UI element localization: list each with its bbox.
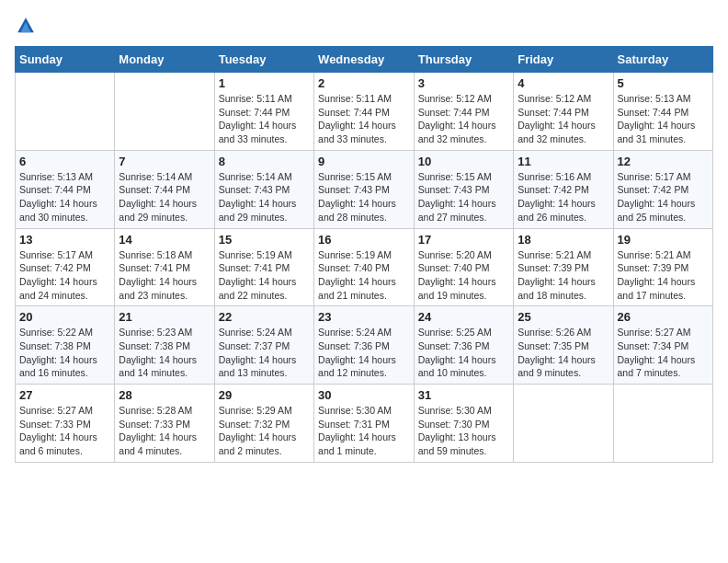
day-number: 5 (618, 76, 710, 90)
calendar-cell: 20Sunrise: 5:22 AM Sunset: 7:38 PM Dayli… (16, 306, 115, 385)
day-info: Sunrise: 5:14 AM Sunset: 7:43 PM Dayligh… (219, 170, 310, 224)
calendar-cell: 3Sunrise: 5:12 AM Sunset: 7:44 PM Daylig… (414, 73, 513, 151)
day-info: Sunrise: 5:26 AM Sunset: 7:35 PM Dayligh… (518, 326, 609, 380)
calendar-cell: 12Sunrise: 5:17 AM Sunset: 7:42 PM Dayli… (613, 150, 713, 228)
calendar-cell: 17Sunrise: 5:20 AM Sunset: 7:40 PM Dayli… (414, 228, 513, 306)
calendar-cell: 6Sunrise: 5:13 AM Sunset: 7:44 PM Daylig… (16, 150, 115, 228)
calendar-cell: 13Sunrise: 5:17 AM Sunset: 7:42 PM Dayli… (16, 228, 115, 306)
calendar-cell: 21Sunrise: 5:23 AM Sunset: 7:38 PM Dayli… (115, 306, 214, 385)
day-info: Sunrise: 5:20 AM Sunset: 7:40 PM Dayligh… (418, 248, 509, 303)
calendar-cell (115, 73, 214, 151)
calendar-week-row: 13Sunrise: 5:17 AM Sunset: 7:42 PM Dayli… (16, 228, 713, 306)
calendar-cell: 28Sunrise: 5:28 AM Sunset: 7:33 PM Dayli… (115, 385, 214, 463)
day-info: Sunrise: 5:18 AM Sunset: 7:41 PM Dayligh… (119, 248, 210, 303)
calendar-cell: 29Sunrise: 5:29 AM Sunset: 7:32 PM Dayli… (214, 385, 313, 463)
day-number: 26 (618, 310, 710, 324)
header-cell-wednesday: Wednesday (314, 47, 415, 73)
day-info: Sunrise: 5:30 AM Sunset: 7:30 PM Dayligh… (418, 404, 509, 458)
day-number: 13 (19, 233, 110, 247)
header-cell-thursday: Thursday (414, 47, 513, 73)
calendar-cell: 27Sunrise: 5:27 AM Sunset: 7:33 PM Dayli… (16, 385, 115, 463)
day-number: 2 (318, 76, 410, 90)
day-number: 3 (418, 76, 509, 90)
day-info: Sunrise: 5:17 AM Sunset: 7:42 PM Dayligh… (618, 170, 710, 224)
calendar-cell: 19Sunrise: 5:21 AM Sunset: 7:39 PM Dayli… (613, 228, 713, 306)
day-info: Sunrise: 5:14 AM Sunset: 7:44 PM Dayligh… (119, 170, 210, 224)
calendar-cell: 18Sunrise: 5:21 AM Sunset: 7:39 PM Dayli… (514, 228, 613, 306)
day-info: Sunrise: 5:12 AM Sunset: 7:44 PM Dayligh… (518, 92, 609, 146)
calendar-week-row: 20Sunrise: 5:22 AM Sunset: 7:38 PM Dayli… (16, 306, 713, 385)
calendar-cell: 23Sunrise: 5:24 AM Sunset: 7:36 PM Dayli… (314, 306, 415, 385)
day-number: 21 (119, 310, 210, 324)
day-info: Sunrise: 5:11 AM Sunset: 7:44 PM Dayligh… (219, 92, 310, 146)
day-number: 4 (518, 76, 609, 90)
day-info: Sunrise: 5:23 AM Sunset: 7:38 PM Dayligh… (119, 326, 210, 380)
day-info: Sunrise: 5:15 AM Sunset: 7:43 PM Dayligh… (418, 170, 509, 224)
day-number: 29 (219, 388, 310, 402)
calendar-cell: 25Sunrise: 5:26 AM Sunset: 7:35 PM Dayli… (514, 306, 613, 385)
calendar-cell: 10Sunrise: 5:15 AM Sunset: 7:43 PM Dayli… (414, 150, 513, 228)
calendar-cell (613, 385, 713, 463)
day-info: Sunrise: 5:13 AM Sunset: 7:44 PM Dayligh… (618, 92, 710, 146)
calendar-cell: 26Sunrise: 5:27 AM Sunset: 7:34 PM Dayli… (613, 306, 713, 385)
calendar-cell: 22Sunrise: 5:24 AM Sunset: 7:37 PM Dayli… (214, 306, 313, 385)
calendar-cell: 9Sunrise: 5:15 AM Sunset: 7:43 PM Daylig… (314, 150, 415, 228)
day-number: 16 (318, 233, 410, 247)
calendar-cell: 14Sunrise: 5:18 AM Sunset: 7:41 PM Dayli… (115, 228, 214, 306)
header-cell-saturday: Saturday (613, 47, 713, 73)
logo (15, 15, 40, 37)
header-cell-monday: Monday (115, 47, 214, 73)
day-number: 28 (119, 388, 210, 402)
day-number: 18 (518, 233, 609, 247)
calendar-week-row: 6Sunrise: 5:13 AM Sunset: 7:44 PM Daylig… (16, 150, 713, 228)
day-number: 8 (219, 155, 310, 168)
day-number: 14 (119, 233, 210, 247)
day-number: 31 (418, 388, 509, 402)
day-info: Sunrise: 5:17 AM Sunset: 7:42 PM Dayligh… (19, 248, 110, 303)
calendar-cell: 2Sunrise: 5:11 AM Sunset: 7:44 PM Daylig… (314, 73, 415, 151)
day-number: 30 (318, 388, 410, 402)
day-number: 22 (219, 310, 310, 324)
day-info: Sunrise: 5:30 AM Sunset: 7:31 PM Dayligh… (318, 404, 410, 458)
day-number: 6 (19, 155, 110, 168)
calendar-header-row: SundayMondayTuesdayWednesdayThursdayFrid… (16, 47, 713, 73)
calendar-cell: 15Sunrise: 5:19 AM Sunset: 7:41 PM Dayli… (214, 228, 313, 306)
day-info: Sunrise: 5:15 AM Sunset: 7:43 PM Dayligh… (318, 170, 410, 224)
day-info: Sunrise: 5:27 AM Sunset: 7:33 PM Dayligh… (19, 404, 110, 458)
header-cell-friday: Friday (514, 47, 613, 73)
day-number: 20 (19, 310, 110, 324)
day-number: 19 (618, 233, 710, 247)
day-info: Sunrise: 5:28 AM Sunset: 7:33 PM Dayligh… (119, 404, 210, 458)
day-info: Sunrise: 5:19 AM Sunset: 7:41 PM Dayligh… (219, 248, 310, 303)
header-cell-tuesday: Tuesday (214, 47, 313, 73)
logo-icon (15, 15, 37, 37)
day-number: 23 (318, 310, 410, 324)
calendar-cell (514, 385, 613, 463)
calendar-cell: 24Sunrise: 5:25 AM Sunset: 7:36 PM Dayli… (414, 306, 513, 385)
day-info: Sunrise: 5:24 AM Sunset: 7:37 PM Dayligh… (219, 326, 310, 380)
day-info: Sunrise: 5:24 AM Sunset: 7:36 PM Dayligh… (318, 326, 410, 380)
calendar-cell: 5Sunrise: 5:13 AM Sunset: 7:44 PM Daylig… (613, 73, 713, 151)
day-info: Sunrise: 5:25 AM Sunset: 7:36 PM Dayligh… (418, 326, 509, 380)
calendar-cell: 8Sunrise: 5:14 AM Sunset: 7:43 PM Daylig… (214, 150, 313, 228)
day-info: Sunrise: 5:21 AM Sunset: 7:39 PM Dayligh… (518, 248, 609, 303)
calendar-cell: 11Sunrise: 5:16 AM Sunset: 7:42 PM Dayli… (514, 150, 613, 228)
calendar-cell: 4Sunrise: 5:12 AM Sunset: 7:44 PM Daylig… (514, 73, 613, 151)
day-number: 9 (318, 155, 410, 168)
day-info: Sunrise: 5:16 AM Sunset: 7:42 PM Dayligh… (518, 170, 609, 224)
day-number: 10 (418, 155, 509, 168)
calendar-cell: 16Sunrise: 5:19 AM Sunset: 7:40 PM Dayli… (314, 228, 415, 306)
calendar-week-row: 27Sunrise: 5:27 AM Sunset: 7:33 PM Dayli… (16, 385, 713, 463)
day-info: Sunrise: 5:22 AM Sunset: 7:38 PM Dayligh… (19, 326, 110, 380)
day-info: Sunrise: 5:29 AM Sunset: 7:32 PM Dayligh… (219, 404, 310, 458)
header-cell-sunday: Sunday (16, 47, 115, 73)
calendar-cell: 7Sunrise: 5:14 AM Sunset: 7:44 PM Daylig… (115, 150, 214, 228)
calendar-cell: 1Sunrise: 5:11 AM Sunset: 7:44 PM Daylig… (214, 73, 313, 151)
day-info: Sunrise: 5:12 AM Sunset: 7:44 PM Dayligh… (418, 92, 509, 146)
day-number: 11 (518, 155, 609, 168)
day-info: Sunrise: 5:21 AM Sunset: 7:39 PM Dayligh… (618, 248, 710, 303)
day-number: 25 (518, 310, 609, 324)
day-info: Sunrise: 5:19 AM Sunset: 7:40 PM Dayligh… (318, 248, 410, 303)
header (15, 15, 713, 37)
day-number: 17 (418, 233, 509, 247)
